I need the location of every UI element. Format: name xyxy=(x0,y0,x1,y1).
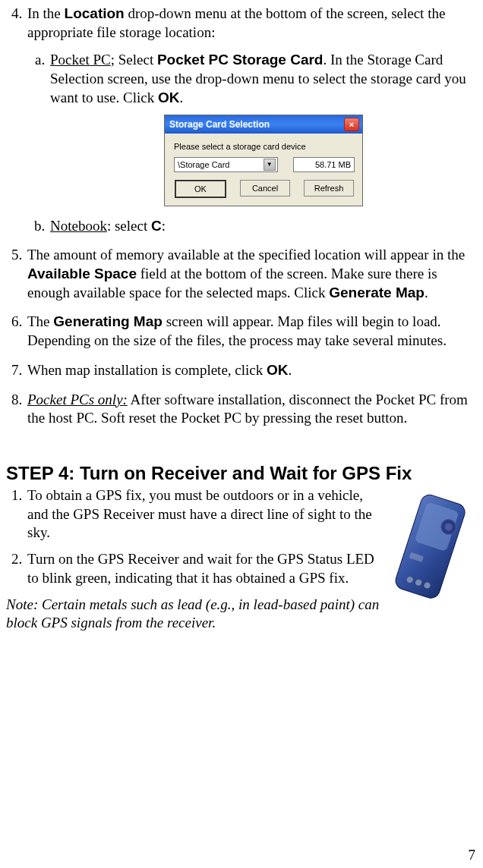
text: ; Select xyxy=(111,52,157,68)
location-label: Location xyxy=(65,5,125,21)
step4-note: Note: Certain metals such as lead (e.g.,… xyxy=(6,596,393,633)
c-label: C xyxy=(151,218,162,234)
text: : select xyxy=(107,218,151,234)
ok-label: OK xyxy=(267,362,289,378)
step-5: The amount of memory available at the sp… xyxy=(26,246,477,302)
step-8: Pocket PCs only: After software installa… xyxy=(26,391,477,428)
storage-card-dialog: Storage Card Selection × Please select a… xyxy=(164,115,363,206)
sub-a: Pocket PC; Select Pocket PC Storage Card… xyxy=(49,51,477,206)
close-icon[interactable]: × xyxy=(344,118,359,131)
step4-item-1: To obtain a GPS fix, you must be outdoor… xyxy=(26,486,377,542)
text: . xyxy=(179,90,183,105)
dialog-title: Storage Card Selection xyxy=(169,119,270,131)
cancel-button[interactable]: Cancel xyxy=(240,180,290,197)
refresh-button[interactable]: Refresh xyxy=(304,180,354,197)
gps-receiver-image xyxy=(387,486,471,615)
text: The amount of memory available at the sp… xyxy=(27,247,465,263)
pocket-pc-label: Pocket PC xyxy=(50,52,111,68)
dropdown-value: \Storage Card xyxy=(178,159,229,170)
sub-b: Notebook: select C: xyxy=(49,217,477,236)
text: : xyxy=(162,218,166,234)
available-space-label: Available Space xyxy=(27,266,137,281)
text: When map installation is complete, click xyxy=(27,362,267,378)
chevron-down-icon[interactable]: ▼ xyxy=(264,159,276,171)
ok-label: OK xyxy=(158,90,180,105)
ok-button[interactable]: OK xyxy=(175,180,226,198)
step-4-location: In the Location drop-down menu at the bo… xyxy=(26,5,477,235)
step4-item-2: Turn on the GPS Receiver and wait for th… xyxy=(26,550,377,587)
step-6: The Generating Map screen will appear. M… xyxy=(26,313,477,350)
dialog-titlebar: Storage Card Selection × xyxy=(165,115,362,134)
size-field: 58.71 MB xyxy=(293,157,355,172)
storage-card-dropdown[interactable]: \Storage Card ▼ xyxy=(174,157,278,172)
text: The xyxy=(27,313,53,329)
step-7: When map installation is complete, click… xyxy=(26,361,477,380)
text: . xyxy=(425,285,428,300)
storage-card-label: Pocket PC Storage Card xyxy=(157,52,324,68)
text: . xyxy=(289,362,292,378)
dialog-label: Please select a storage card device xyxy=(174,141,355,152)
pocket-pcs-only-label: Pocket PCs only: xyxy=(27,392,128,407)
generate-map-label: Generate Map xyxy=(329,285,425,300)
text: In the xyxy=(27,5,65,21)
step4-heading: STEP 4: Turn on Receiver and Wait for GP… xyxy=(6,461,477,485)
notebook-label: Notebook xyxy=(50,218,107,234)
generating-map-label: Generating Map xyxy=(53,313,163,329)
